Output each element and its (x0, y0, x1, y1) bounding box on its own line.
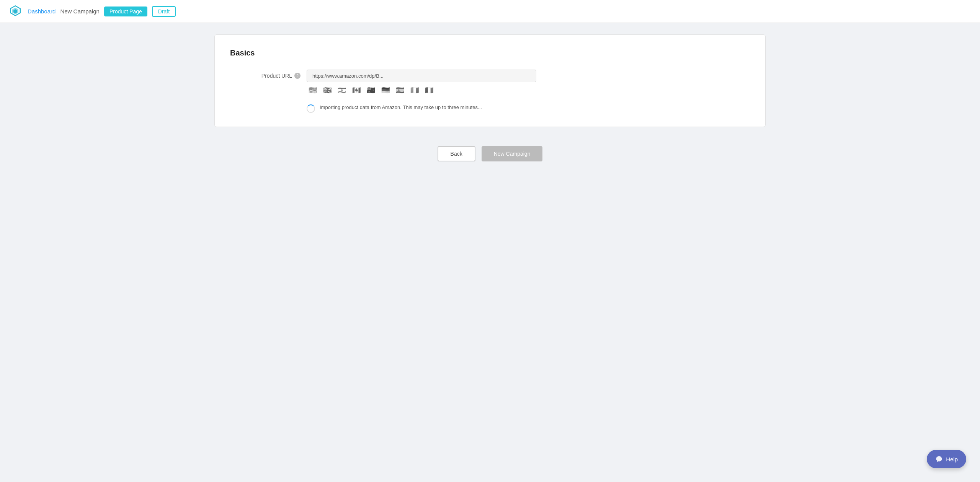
flag-gb[interactable]: 🇬🇧 (321, 86, 333, 94)
draft-badge: Draft (152, 6, 176, 17)
product-url-help-icon[interactable]: ? (294, 73, 301, 79)
product-url-input[interactable] (307, 70, 536, 82)
logo-icon (9, 5, 23, 18)
product-url-row: Product URL ? 🇺🇸 🇬🇧 🇮🇱 🇨🇦 🇦🇺 🇩🇪 🇪🇸 🇮🇹 🇫🇷 (230, 70, 750, 94)
marketplace-flags: 🇺🇸 🇬🇧 🇮🇱 🇨🇦 🇦🇺 🇩🇪 🇪🇸 🇮🇹 🇫🇷 (307, 86, 536, 94)
flag-de[interactable]: 🇩🇪 (379, 86, 392, 94)
bottom-actions: Back New Campaign (214, 146, 766, 161)
flag-it[interactable]: 🇮🇹 (408, 86, 421, 94)
help-bubble-icon (935, 455, 943, 463)
flag-fr[interactable]: 🇫🇷 (423, 86, 435, 94)
basics-card: Basics Product URL ? 🇺🇸 🇬🇧 🇮🇱 🇨🇦 🇦🇺 🇩🇪 🇪 (214, 34, 766, 127)
back-button[interactable]: Back (438, 146, 475, 161)
import-status-text: Importing product data from Amazon. This… (320, 104, 482, 111)
flag-ca[interactable]: 🇨🇦 (350, 86, 363, 94)
top-navigation: Dashboard New Campaign Product Page Draf… (0, 0, 980, 23)
import-status-row: Importing product data from Amazon. This… (307, 104, 750, 113)
product-page-badge: Product Page (104, 7, 147, 16)
new-campaign-button: New Campaign (482, 146, 543, 161)
breadcrumb-separator: New Campaign (60, 8, 100, 15)
help-button[interactable]: Help (927, 450, 966, 468)
dashboard-link[interactable]: Dashboard (28, 8, 56, 15)
flag-il[interactable]: 🇮🇱 (336, 86, 348, 94)
loading-spinner (307, 104, 315, 113)
flag-au[interactable]: 🇦🇺 (365, 86, 377, 94)
product-url-label: Product URL ? (230, 70, 307, 79)
card-title: Basics (230, 49, 750, 57)
flag-us[interactable]: 🇺🇸 (307, 86, 319, 94)
main-content: Basics Product URL ? 🇺🇸 🇬🇧 🇮🇱 🇨🇦 🇦🇺 🇩🇪 🇪 (199, 23, 781, 173)
help-label: Help (946, 456, 958, 462)
flag-es[interactable]: 🇪🇸 (394, 86, 406, 94)
product-url-input-group: 🇺🇸 🇬🇧 🇮🇱 🇨🇦 🇦🇺 🇩🇪 🇪🇸 🇮🇹 🇫🇷 (307, 70, 536, 94)
